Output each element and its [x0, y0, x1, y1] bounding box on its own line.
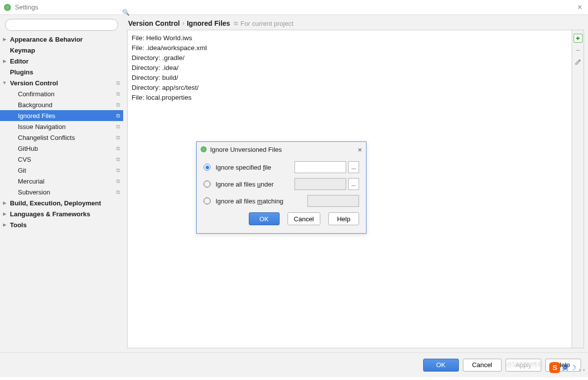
copy-icon: ⧉ — [116, 178, 120, 185]
tree-item[interactable]: ▶Languages & Frameworks — [0, 208, 123, 219]
search-input[interactable] — [5, 19, 118, 31]
dialog-title: Ignore Unversioned Files — [210, 146, 358, 153]
tree-item-label: GitHub — [18, 145, 114, 152]
tree-item-label: Plugins — [10, 68, 120, 76]
ime-lang: 英 — [562, 364, 568, 372]
scope-text: For current project — [240, 20, 293, 27]
tree-item[interactable]: Plugins — [0, 66, 123, 77]
radio-icon[interactable] — [204, 164, 211, 171]
edit-button[interactable] — [574, 58, 583, 66]
chevron-right-icon[interactable]: ▶ — [2, 211, 7, 216]
list-item[interactable]: Directory: build/ — [132, 73, 568, 83]
tree-item-label: Confirmation — [18, 90, 114, 98]
dir-input — [294, 178, 346, 190]
settings-tree[interactable]: ▶Appearance & BehaviorKeymap▶EditorPlugi… — [0, 34, 123, 352]
tree-item-label: Version Control — [10, 79, 114, 87]
dialog-body: Ignore specified file ... Ignore all fil… — [197, 157, 366, 233]
tree-item-label: Languages & Frameworks — [10, 210, 120, 218]
add-button[interactable]: + — [574, 34, 583, 43]
copy-icon: ⧉ — [116, 167, 120, 174]
chevron-down-icon[interactable]: ▼ — [2, 80, 7, 85]
tree-item-label: Changelist Conflicts — [18, 134, 114, 141]
tree-item-label: Build, Execution, Deployment — [10, 199, 120, 207]
apply-button[interactable]: Apply — [506, 359, 541, 372]
titlebar: Settings × — [0, 0, 588, 15]
tree-item[interactable]: Subversion⧉ — [0, 187, 123, 197]
dialog-titlebar: Ignore Unversioned Files × — [197, 142, 366, 157]
list-item[interactable]: Directory: .gradle/ — [132, 53, 568, 63]
close-icon[interactable]: × — [576, 3, 584, 12]
ok-button[interactable]: OK — [249, 212, 280, 225]
moon-icon: ☽ — [570, 364, 577, 372]
copy-icon: ⧉ — [116, 102, 120, 108]
copy-icon: ⧉ — [116, 134, 120, 141]
pencil-icon — [575, 59, 582, 65]
list-toolbar: + − — [572, 30, 584, 348]
copy-icon: ⧉ — [116, 80, 120, 86]
dialog-buttons: OK Cancel Help — [204, 209, 359, 227]
chevron-right-icon[interactable]: ▶ — [2, 37, 7, 42]
help-button[interactable]: Help — [328, 212, 359, 225]
list-item[interactable]: File: Hello World.iws — [132, 33, 568, 43]
footer: OK Cancel Apply Help — [0, 352, 588, 377]
crumb-current: Ignored Files — [187, 19, 230, 27]
tree-item[interactable]: Confirmation⧉ — [0, 88, 123, 99]
breadcrumb: Version Control › Ignored Files ⧉ For cu… — [127, 15, 584, 30]
tree-item-label: CVS — [18, 156, 114, 163]
copy-icon: ⧉ — [116, 113, 120, 119]
tree-item[interactable]: Changelist Conflicts⧉ — [0, 132, 123, 143]
option-specified-file[interactable]: Ignore specified file ... — [204, 159, 359, 176]
list-item[interactable]: File: .idea/workspace.xml — [132, 43, 568, 53]
comma-icon: , — [579, 363, 581, 372]
tree-item-label: Editor — [10, 58, 120, 65]
scope-icon: ⧉ — [234, 20, 238, 27]
radio-icon[interactable] — [204, 181, 211, 188]
chevron-right-icon[interactable]: ▶ — [2, 200, 7, 205]
list-item[interactable]: Directory: .idea/ — [132, 63, 568, 73]
list-item[interactable]: File: local.properties — [132, 93, 568, 103]
tree-item-label: Tools — [10, 221, 120, 229]
search-icon: 🔍 — [122, 9, 130, 16]
tree-item[interactable]: Ignored Files⧉ — [0, 110, 123, 121]
tree-item-label: Appearance & Behavior — [10, 36, 120, 43]
tree-item-label: Background — [18, 101, 114, 109]
browse-button[interactable]: ... — [348, 178, 359, 190]
tree-item[interactable]: ▶Build, Execution, Deployment — [0, 197, 123, 208]
chevron-right-icon[interactable]: ▶ — [2, 222, 7, 227]
tree-item[interactable]: Keymap — [0, 45, 123, 56]
browse-button[interactable]: ... — [348, 161, 359, 173]
tree-item[interactable]: GitHub⧉ — [0, 143, 123, 154]
tree-item[interactable]: ▶Tools — [0, 219, 123, 230]
tree-item[interactable]: Issue Navigation⧉ — [0, 121, 123, 132]
ime-logo: S — [549, 362, 560, 373]
close-icon[interactable]: × — [358, 145, 362, 154]
tree-item[interactable]: Git⧉ — [0, 165, 123, 176]
radio-icon[interactable] — [204, 197, 211, 204]
option-files-matching[interactable]: Ignore all files matching — [204, 192, 359, 209]
chevron-right-icon: › — [182, 20, 184, 27]
file-input[interactable] — [294, 161, 346, 173]
cancel-button[interactable]: Cancel — [463, 359, 502, 372]
copy-icon: ⧉ — [116, 124, 120, 130]
tree-item[interactable]: ▼Version Control⧉ — [0, 77, 123, 88]
comma-icon: , — [583, 363, 585, 372]
tree-item[interactable]: Mercurial⧉ — [0, 176, 123, 187]
tree-item[interactable]: ▶Appearance & Behavior — [0, 34, 123, 45]
search-wrap: 🔍 — [0, 15, 123, 34]
crumb-parent: Version Control — [128, 19, 180, 27]
copy-icon: ⧉ — [116, 156, 120, 163]
tree-item[interactable]: CVS⧉ — [0, 154, 123, 165]
list-item[interactable]: Directory: app/src/test/ — [132, 83, 568, 93]
tree-item[interactable]: ▶Editor — [0, 56, 123, 66]
copy-icon: ⧉ — [116, 145, 120, 152]
ignore-dialog: Ignore Unversioned Files × Ignore specif… — [196, 141, 367, 234]
ok-button[interactable]: OK — [423, 359, 459, 372]
app-icon — [201, 146, 207, 152]
remove-button[interactable]: − — [574, 46, 583, 55]
option-files-under[interactable]: Ignore all files under ... — [204, 176, 359, 192]
tree-item-label: Subversion — [18, 189, 114, 196]
cancel-button[interactable]: Cancel — [288, 212, 320, 225]
tree-item[interactable]: Background⧉ — [0, 99, 123, 110]
tree-item-label: Git — [18, 167, 114, 174]
chevron-right-icon[interactable]: ▶ — [2, 59, 7, 63]
